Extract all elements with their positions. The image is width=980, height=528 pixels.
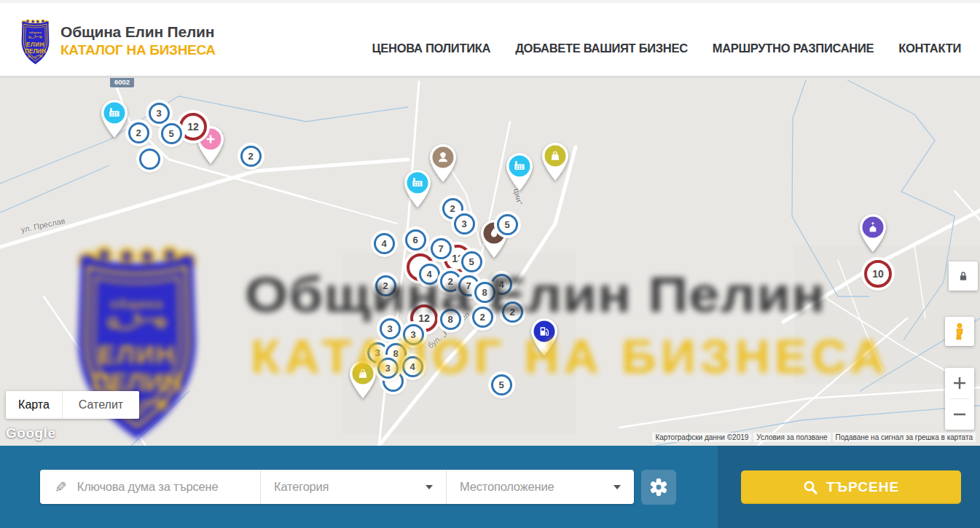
search-icon [803, 480, 818, 495]
bag-pin-marker[interactable] [538, 141, 572, 182]
search-bar: ✎ Ключова дума за търсене Категория Мест… [0, 446, 980, 528]
advanced-options-button[interactable] [641, 470, 676, 505]
pegman-icon [952, 323, 968, 340]
nav-add-your-business[interactable]: ДОБАВЕТЕ ВАШИЯТ БИЗНЕС [515, 42, 688, 55]
factory-pin-marker[interactable] [401, 168, 434, 209]
main-nav: ЦЕНОВА ПОЛИТИКА ДОБАВЕТЕ ВАШИЯТ БИЗНЕС М… [372, 42, 961, 55]
cluster-marker[interactable]: 3 [403, 324, 424, 345]
header: Община Елин Пелин КАТАЛОГ НА БИЗНЕСА ЦЕН… [0, 0, 980, 78]
keyword-input[interactable]: ✎ Ключова дума за търсене [40, 470, 260, 504]
cluster-marker[interactable]: 10 [864, 260, 892, 288]
cluster-marker[interactable] [139, 149, 160, 170]
cluster-marker[interactable]: 4 [374, 233, 395, 254]
zoom-in-button[interactable] [945, 368, 974, 398]
cluster-marker[interactable]: 2 [502, 302, 523, 323]
map-viewport[interactable]: 6002 ул. Преславбул. „Новоселции" 123252… [0, 78, 980, 446]
category-select[interactable]: Категория [260, 470, 446, 504]
minus-icon [953, 408, 966, 421]
chevron-down-icon [614, 485, 621, 489]
cluster-marker[interactable]: 2 [375, 275, 396, 296]
road-shield: 6002 [110, 78, 134, 87]
cluster-marker[interactable]: 5 [461, 251, 482, 272]
nav-route-schedule[interactable]: МАРШРУТНО РАЗПИСАНИЕ [713, 42, 874, 55]
bag-pin-marker[interactable] [346, 358, 380, 400]
attribution-terms-link[interactable]: Условия за ползване [753, 433, 830, 442]
cluster-marker[interactable]: 3 [149, 103, 170, 124]
map-type-satellite-button[interactable]: Сателит [62, 391, 139, 419]
street-view-pegman-button[interactable] [945, 317, 974, 346]
cluster-marker[interactable]: 2 [240, 146, 262, 167]
search-button-label: ТЪРСЕНЕ [826, 479, 899, 495]
cluster-marker[interactable]: 3 [380, 318, 401, 339]
factory-pin-marker[interactable] [98, 98, 131, 139]
map-type-control: Карта Сателит [6, 391, 139, 419]
map-attribution: Картографски данни ©2019 Условия за полз… [652, 433, 976, 442]
search-fields-group: ✎ Ключова дума за търсене Категория Мест… [40, 470, 634, 504]
attribution-report-error-link[interactable]: Подаване на сигнал за грешка в картата [833, 433, 976, 442]
cluster-marker[interactable]: 3 [454, 213, 475, 235]
location-selected-value: Местоположение [460, 480, 554, 494]
cluster-marker[interactable]: 5 [161, 123, 182, 144]
cluster-marker[interactable]: 8 [440, 309, 461, 330]
cluster-marker[interactable]: 7 [431, 238, 452, 259]
cluster-marker[interactable]: 8 [474, 282, 495, 303]
pencil-icon: ✎ [55, 478, 67, 496]
category-selected-value: Категория [274, 480, 329, 494]
cluster-marker[interactable]: 2 [440, 271, 461, 292]
zoom-out-button[interactable] [945, 399, 974, 430]
plus-icon [953, 377, 966, 390]
keyword-placeholder: Ключова дума за търсене [77, 480, 219, 494]
nav-pricing-policy[interactable]: ЦЕНОВА ПОЛИТИКА [372, 42, 491, 55]
factory-pin-marker[interactable] [503, 151, 536, 192]
cluster-marker[interactable]: 5 [491, 374, 512, 395]
zoom-control [945, 368, 974, 430]
cluster-marker[interactable]: 2 [472, 307, 493, 328]
cluster-marker[interactable]: 6 [405, 229, 426, 251]
cluster-marker[interactable]: 12 [179, 113, 207, 141]
lock-icon [956, 269, 971, 283]
google-logo[interactable]: Google [6, 425, 55, 441]
site-title: Община Елин Пелин [60, 23, 216, 41]
cluster-marker[interactable]: 2 [128, 122, 149, 143]
cluster-marker[interactable]: 4 [402, 356, 423, 377]
municipality-emblem-icon [17, 16, 53, 66]
location-select[interactable]: Местоположение [446, 470, 634, 504]
page: община ЕЛИН ПЕЛИН [0, 0, 980, 528]
gear-icon [649, 478, 668, 497]
chevron-down-icon [426, 485, 433, 489]
cluster-marker[interactable]: 4 [419, 264, 440, 285]
attribution-copyright: Картографски данни ©2019 [652, 433, 751, 442]
site-subtitle: КАТАЛОГ НА БИЗНЕСА [60, 42, 216, 58]
search-button[interactable]: ТЪРСЕНЕ [741, 470, 961, 504]
church-pin-marker[interactable] [856, 212, 890, 253]
nav-contacts[interactable]: КОНТАКТИ [898, 42, 961, 55]
site-logo[interactable]: Община Елин Пелин КАТАЛОГ НА БИЗНЕСА [17, 16, 216, 66]
cluster-marker[interactable]: 5 [497, 214, 518, 235]
fuel-pin-marker[interactable] [528, 316, 561, 358]
logo-text: Община Елин Пелин КАТАЛОГ НА БИЗНЕСА [60, 23, 216, 58]
map-type-map-button[interactable]: Карта [6, 391, 62, 419]
cluster-marker[interactable]: 3 [377, 358, 399, 379]
fullscreen-lock-button[interactable] [949, 261, 978, 291]
